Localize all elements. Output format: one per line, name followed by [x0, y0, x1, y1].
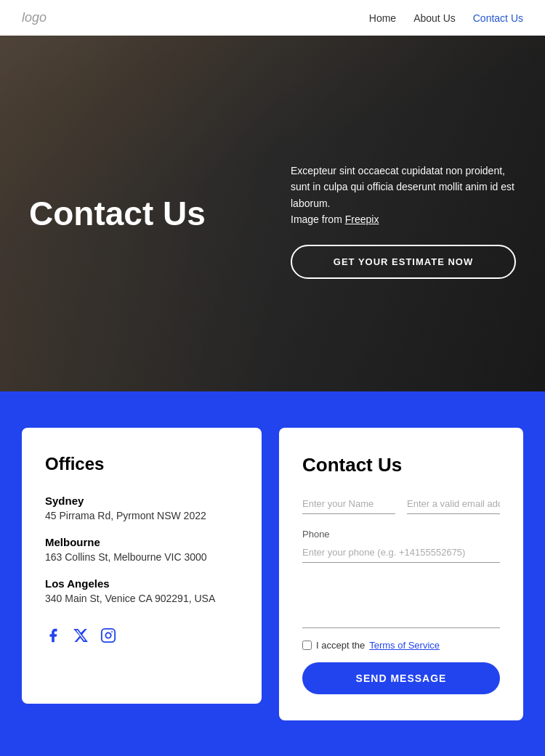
nav-about[interactable]: About Us — [413, 12, 456, 24]
terms-link[interactable]: Terms of Service — [369, 640, 440, 651]
contact-form-title: Contact Us — [302, 454, 500, 476]
offices-title: Offices — [45, 454, 238, 474]
cards-container: Offices Sydney 45 Pirrama Rd, Pyrmont NS… — [22, 428, 523, 720]
form-group-email — [407, 494, 500, 514]
office-melbourne-address: 163 Collins St, Melbourne VIC 3000 — [45, 551, 238, 563]
name-input[interactable] — [302, 494, 395, 514]
logo: logo — [22, 10, 47, 25]
office-melbourne: Melbourne 163 Collins St, Melbourne VIC … — [45, 536, 238, 563]
offices-card: Offices Sydney 45 Pirrama Rd, Pyrmont NS… — [22, 428, 262, 704]
email-input[interactable] — [407, 494, 500, 514]
contact-form-card: Contact Us Phone I accept the Terms o — [279, 428, 523, 720]
form-group-phone: Phone — [302, 529, 500, 563]
form-group-name — [302, 494, 395, 514]
terms-checkbox-row: I accept the Terms of Service — [302, 640, 500, 651]
phone-input[interactable] — [302, 542, 500, 563]
freepix-link[interactable]: Freepix — [345, 214, 379, 225]
office-sydney-address: 45 Pirrama Rd, Pyrmont NSW 2022 — [45, 510, 238, 521]
hero-section: Contact Us Excepteur sint occaecat cupid… — [0, 36, 545, 391]
form-group-message — [302, 577, 500, 628]
hero-right: Excepteur sint occaecat cupidatat non pr… — [291, 36, 516, 391]
hero-left: Contact Us — [29, 36, 291, 391]
office-losangeles-name: Los Angeles — [45, 577, 238, 590]
terms-text: I accept the — [316, 640, 365, 651]
phone-label: Phone — [302, 529, 500, 540]
hero-content: Contact Us Excepteur sint occaecat cupid… — [0, 36, 545, 391]
nav-home[interactable]: Home — [369, 12, 396, 24]
hero-title: Contact Us — [29, 195, 206, 232]
main-section: Offices Sydney 45 Pirrama Rd, Pyrmont NS… — [0, 391, 545, 756]
navbar: logo Home About Us Contact Us — [0, 0, 545, 36]
office-melbourne-name: Melbourne — [45, 536, 238, 548]
facebook-icon[interactable] — [45, 627, 61, 647]
terms-checkbox[interactable] — [302, 641, 312, 650]
instagram-icon[interactable] — [100, 627, 116, 647]
social-icons — [45, 627, 238, 647]
office-losangeles-address: 340 Main St, Venice CA 902291, USA — [45, 593, 238, 604]
nav-links: Home About Us Contact Us — [369, 12, 523, 24]
office-losangeles: Los Angeles 340 Main St, Venice CA 90229… — [45, 577, 238, 604]
office-sydney: Sydney 45 Pirrama Rd, Pyrmont NSW 2022 — [45, 495, 238, 521]
cta-button[interactable]: GET YOUR ESTIMATE NOW — [291, 245, 516, 279]
send-button[interactable]: SEND MESSAGE — [302, 662, 500, 694]
form-row-name-email — [302, 494, 500, 514]
nav-contact[interactable]: Contact Us — [473, 12, 523, 24]
svg-rect-0 — [102, 629, 115, 642]
twitter-x-icon[interactable] — [73, 627, 89, 647]
office-sydney-name: Sydney — [45, 495, 238, 507]
hero-description: Excepteur sint occaecat cupidatat non pr… — [291, 163, 516, 228]
message-textarea[interactable] — [302, 577, 500, 628]
